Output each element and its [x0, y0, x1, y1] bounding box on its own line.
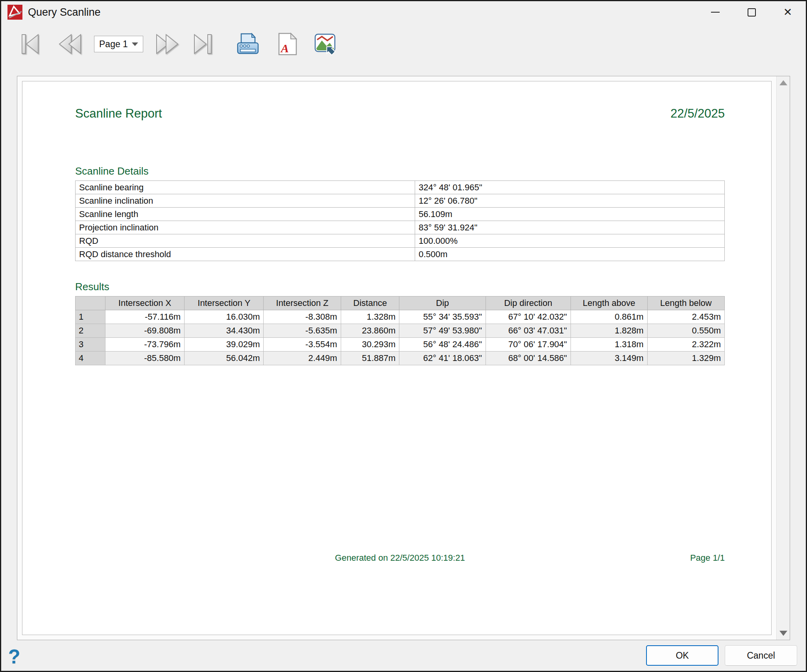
- details-section-heading: Scanline Details: [75, 165, 725, 177]
- results-row: 4-85.580m56.042m2.449m51.887m62° 41' 18.…: [76, 352, 725, 365]
- results-value-cell: -8.308m: [264, 310, 341, 324]
- results-index-cell: 2: [76, 324, 105, 338]
- results-value-cell: 39.029m: [185, 338, 264, 352]
- page-footer: Generated on 22/5/2025 10:19:21 Page 1/1: [75, 553, 725, 565]
- results-row: 1-57.116m16.030m-8.308m1.328m55° 34' 35.…: [76, 310, 725, 324]
- details-value-cell: 83° 59' 31.924": [415, 221, 724, 234]
- results-value-cell: 56° 48' 24.486": [399, 338, 486, 352]
- export-image-button[interactable]: [314, 33, 338, 55]
- details-row: Scanline bearing324° 48' 01.965": [76, 181, 725, 194]
- pdf-icon: A: [276, 33, 298, 55]
- results-header-cell: Length above: [571, 296, 647, 310]
- details-label-cell: Scanline length: [76, 208, 415, 221]
- results-value-cell: -3.554m: [264, 338, 341, 352]
- first-page-button[interactable]: [20, 33, 46, 55]
- query-scanline-dialog: Query Scanline ✕ Page 1: [0, 0, 807, 672]
- details-label-cell: Scanline bearing: [76, 181, 415, 194]
- minimize-icon: [711, 12, 720, 13]
- details-label-cell: Scanline inclination: [76, 194, 415, 208]
- results-table: Intersection XIntersection YIntersection…: [75, 296, 725, 365]
- results-header-cell: [76, 296, 105, 310]
- results-header-row: Intersection XIntersection YIntersection…: [76, 296, 725, 310]
- results-value-cell: 30.293m: [341, 338, 399, 352]
- previous-page-button[interactable]: [57, 33, 83, 55]
- results-value-cell: 23.860m: [341, 324, 399, 338]
- results-value-cell: 1.318m: [571, 338, 647, 352]
- last-page-button[interactable]: [191, 33, 217, 55]
- vertical-scrollbar[interactable]: [776, 76, 790, 640]
- svg-text:A: A: [280, 42, 289, 55]
- results-value-cell: -5.635m: [264, 324, 341, 338]
- details-row: Projection inclination83° 59' 31.924": [76, 221, 725, 234]
- results-value-cell: 2.449m: [264, 352, 341, 365]
- results-value-cell: 57° 49' 53.980": [399, 324, 486, 338]
- results-value-cell: 0.861m: [571, 310, 647, 324]
- scroll-down-icon[interactable]: [779, 631, 787, 636]
- report-header: Scanline Report 22/5/2025: [75, 107, 725, 121]
- generated-timestamp: Generated on 22/5/2025 10:19:21: [75, 553, 725, 563]
- window-title: Query Scanline: [28, 6, 101, 18]
- last-page-icon: [191, 33, 217, 55]
- next-page-button[interactable]: [154, 33, 180, 55]
- details-value-cell: 324° 48' 01.965": [415, 181, 724, 194]
- page-selector[interactable]: Page 1: [94, 36, 143, 52]
- close-button[interactable]: ✕: [770, 1, 806, 23]
- previous-page-icon: [57, 33, 83, 55]
- print-button[interactable]: [235, 33, 260, 55]
- details-row: RQD100.000%: [76, 234, 725, 248]
- app-logo-icon: [7, 5, 22, 20]
- details-label-cell: RQD distance threshold: [76, 248, 415, 261]
- results-header-cell: Intersection Z: [264, 296, 341, 310]
- results-value-cell: 0.550m: [647, 324, 724, 338]
- toolbar: Page 1: [1, 23, 806, 63]
- chevron-down-icon: [132, 42, 138, 46]
- details-value-cell: 100.000%: [415, 234, 724, 248]
- details-row: RQD distance threshold0.500m: [76, 248, 725, 261]
- results-index-cell: 4: [76, 352, 105, 365]
- report-title: Scanline Report: [75, 107, 162, 121]
- results-value-cell: -73.796m: [105, 338, 184, 352]
- results-header-cell: Intersection X: [105, 296, 184, 310]
- results-header-cell: Dip: [399, 296, 486, 310]
- results-index-cell: 1: [76, 310, 105, 324]
- results-value-cell: 1.828m: [571, 324, 647, 338]
- bottom-bar: ? OK Cancel: [1, 640, 806, 671]
- maximize-button[interactable]: [733, 1, 770, 23]
- results-value-cell: 70° 06' 17.904": [486, 338, 571, 352]
- results-value-cell: 67° 10' 42.032": [486, 310, 571, 324]
- window-controls: ✕: [697, 1, 806, 23]
- page-selector-value: Page 1: [99, 39, 128, 50]
- dialog-buttons: OK Cancel: [646, 645, 799, 666]
- report-date: 22/5/2025: [670, 107, 725, 121]
- results-table-body: 1-57.116m16.030m-8.308m1.328m55° 34' 35.…: [76, 310, 725, 365]
- results-section-heading: Results: [75, 281, 725, 293]
- results-value-cell: 2.322m: [647, 338, 724, 352]
- results-value-cell: -85.580m: [105, 352, 184, 365]
- results-value-cell: 51.887m: [341, 352, 399, 365]
- results-row: 2-69.808m34.430m-5.635m23.860m57° 49' 53…: [76, 324, 725, 338]
- results-row: 3-73.796m39.029m-3.554m30.293m56° 48' 24…: [76, 338, 725, 352]
- maximize-icon: [748, 8, 756, 17]
- export-pdf-button[interactable]: A: [276, 33, 298, 55]
- details-label-cell: RQD: [76, 234, 415, 248]
- details-table-body: Scanline bearing324° 48' 01.965"Scanline…: [76, 181, 725, 261]
- report-preview: Scanline Report 22/5/2025 Scanline Detai…: [17, 76, 790, 640]
- results-value-cell: 16.030m: [185, 310, 264, 324]
- results-value-cell: 1.328m: [341, 310, 399, 324]
- ok-button[interactable]: OK: [646, 645, 718, 666]
- results-value-cell: 3.149m: [571, 352, 647, 365]
- report-page: Scanline Report 22/5/2025 Scanline Detai…: [22, 81, 772, 635]
- minimize-button[interactable]: [697, 1, 733, 23]
- export-image-icon: [314, 33, 338, 55]
- cancel-button[interactable]: Cancel: [725, 645, 797, 666]
- results-value-cell: -69.808m: [105, 324, 184, 338]
- results-value-cell: 34.430m: [185, 324, 264, 338]
- details-row: Scanline length56.109m: [76, 208, 725, 221]
- results-index-cell: 3: [76, 338, 105, 352]
- help-button[interactable]: ?: [8, 647, 20, 666]
- results-header-cell: Length below: [647, 296, 724, 310]
- details-label-cell: Projection inclination: [76, 221, 415, 234]
- titlebar: Query Scanline ✕: [1, 1, 806, 23]
- scroll-up-icon[interactable]: [779, 80, 787, 85]
- results-value-cell: 56.042m: [185, 352, 264, 365]
